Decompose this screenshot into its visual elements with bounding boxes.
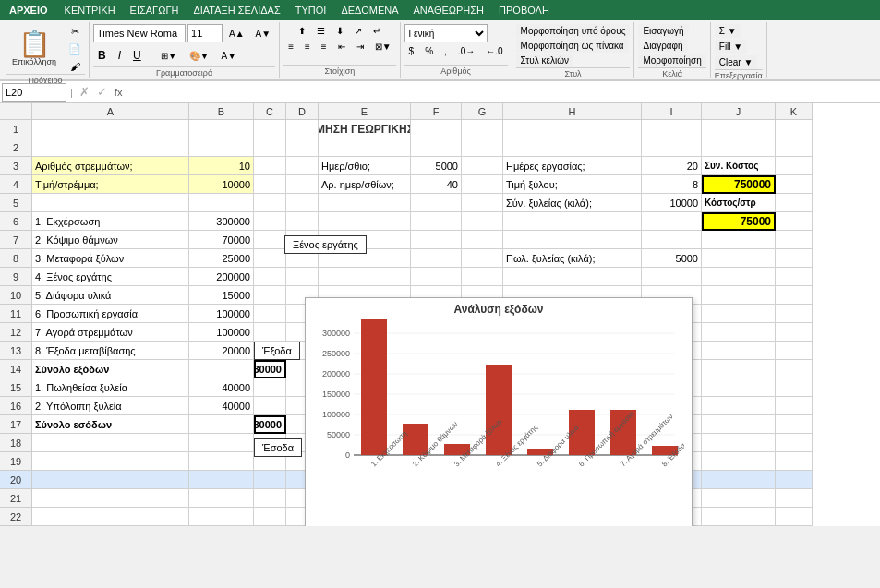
cell-J10[interactable]	[702, 286, 776, 305]
name-box[interactable]	[2, 83, 66, 102]
cell-A2[interactable]	[32, 138, 189, 157]
cell-B18[interactable]	[189, 434, 254, 452]
decrease-indent-button[interactable]: ⇤	[333, 40, 350, 54]
cell-K4[interactable]	[776, 175, 813, 194]
cell-G3[interactable]	[462, 157, 503, 175]
cell-J20[interactable]	[702, 471, 776, 489]
cell-H7[interactable]	[503, 231, 642, 249]
increase-indent-button[interactable]: ⇥	[352, 40, 368, 54]
currency-button[interactable]: $	[404, 44, 419, 58]
cell-C14[interactable]: 830000	[254, 360, 286, 378]
delete-cells-button[interactable]: Διαγραφή	[638, 39, 687, 53]
cell-C16[interactable]	[254, 397, 286, 415]
cell-K9[interactable]	[776, 268, 813, 286]
col-header-C[interactable]: C	[254, 103, 286, 120]
menu-file[interactable]: ΑΡΧΕΙΟ	[0, 0, 57, 20]
menu-review[interactable]: ΑΝΑΘΕΩΡΗΣΗ	[406, 0, 492, 20]
cell-A14[interactable]: Σύνολο εξόδων	[32, 360, 189, 378]
cell-J1[interactable]	[702, 120, 776, 138]
cell-B14[interactable]	[189, 360, 254, 378]
align-center-button[interactable]: ≡	[300, 40, 315, 54]
cell-B6[interactable]: 300000	[189, 212, 254, 231]
cell-D2[interactable]	[286, 138, 319, 157]
row-header-15[interactable]: 15	[0, 378, 32, 397]
align-left-button[interactable]: ≡	[283, 40, 298, 54]
cell-K12[interactable]	[776, 323, 813, 342]
formula-input[interactable]	[127, 83, 878, 102]
cell-D3[interactable]	[286, 157, 319, 175]
cell-J5[interactable]: Κόστος/στρ	[702, 194, 776, 212]
row-header-2[interactable]: 2	[0, 138, 32, 157]
cell-I6[interactable]	[642, 212, 702, 231]
cell-K7[interactable]	[776, 231, 813, 249]
cell-H6[interactable]	[503, 212, 642, 231]
cell-K6[interactable]	[776, 212, 813, 231]
cell-A8[interactable]: 3. Μεταφορά ξύλων	[32, 249, 189, 268]
align-bottom-button[interactable]: ⬇	[332, 24, 348, 38]
cell-K19[interactable]	[776, 452, 813, 471]
row-header-1[interactable]: 1	[0, 120, 32, 138]
cell-F5[interactable]	[411, 194, 462, 212]
col-header-B[interactable]: B	[189, 103, 254, 120]
cell-B11[interactable]: 100000	[189, 305, 254, 323]
menu-insert[interactable]: ΕΙΣΑΓΩΓΗ	[123, 0, 187, 20]
cell-B8[interactable]: 25000	[189, 249, 254, 268]
cell-A3[interactable]: Αριθμός στρεμμάτων;	[32, 157, 189, 175]
cell-H3[interactable]: Ημέρες εργασίας;	[503, 157, 642, 175]
cell-A13[interactable]: 8. Έξοδα μεταβίβασης	[32, 342, 189, 360]
cell-D5[interactable]	[286, 194, 319, 212]
format-as-table-button[interactable]: Μορφοποίηση ως πίνακα	[516, 39, 629, 53]
cell-K11[interactable]	[776, 305, 813, 323]
conditional-format-button[interactable]: Μορφοποίηση υπό όρους	[516, 24, 631, 38]
fill-color-button[interactable]: 🎨▼	[185, 49, 214, 63]
cell-H9[interactable]	[503, 268, 642, 286]
cell-E3[interactable]: Ημερ/σθιο;	[319, 157, 411, 175]
cell-B13[interactable]: 20000	[189, 342, 254, 360]
cell-D1[interactable]	[286, 120, 319, 138]
menu-page-layout[interactable]: ΔΙΑΤΑΞΗ ΣΕΛΙΔΑΣ	[186, 0, 287, 20]
cell-H8[interactable]: Πωλ. ξυλείας (κιλά);	[503, 249, 642, 268]
cell-G9[interactable]	[462, 268, 503, 286]
cell-K18[interactable]	[776, 434, 813, 452]
align-middle-button[interactable]: ☰	[312, 24, 330, 38]
cell-A1[interactable]	[32, 120, 189, 138]
cell-B15[interactable]: 40000	[189, 378, 254, 397]
cell-J15[interactable]	[702, 378, 776, 397]
font-name-input[interactable]	[93, 24, 186, 42]
cell-J19[interactable]	[702, 452, 776, 471]
row-header-4[interactable]: 4	[0, 175, 32, 194]
cell-K8[interactable]	[776, 249, 813, 268]
clear-button[interactable]: Clear ▼	[715, 55, 758, 69]
menu-data[interactable]: ΔΕΔΟΜΕΝΑ	[333, 0, 405, 20]
row-header-14[interactable]: 14	[0, 360, 32, 378]
borders-button[interactable]: ⊞▼	[156, 49, 182, 63]
cell-C20[interactable]	[254, 471, 286, 489]
cell-J2[interactable]	[702, 138, 776, 157]
cell-I4[interactable]: 8	[642, 175, 702, 194]
cell-B22[interactable]	[189, 508, 254, 526]
cell-C12[interactable]	[254, 323, 286, 342]
wrap-text-button[interactable]: ↵	[368, 24, 385, 38]
cell-K5[interactable]	[776, 194, 813, 212]
cell-A7[interactable]: 2. Κόψιμο θάμνων	[32, 231, 189, 249]
cell-H1[interactable]	[503, 120, 642, 138]
cell-J17[interactable]	[702, 415, 776, 434]
bold-button[interactable]: B	[93, 47, 111, 64]
sum-button[interactable]: Σ ▼	[715, 24, 741, 38]
cell-H2[interactable]	[503, 138, 642, 157]
col-header-F[interactable]: F	[411, 103, 462, 120]
row-header-18[interactable]: 18	[0, 434, 32, 452]
format-cells-button[interactable]: Μορφοποίηση	[638, 54, 705, 67]
comma-button[interactable]: ,	[440, 44, 452, 58]
cell-A15[interactable]: 1. Πωληθείσα ξυλεία	[32, 378, 189, 397]
cell-styles-button[interactable]: Στυλ κελιών	[516, 54, 573, 67]
cell-K3[interactable]	[776, 157, 813, 175]
row-header-5[interactable]: 5	[0, 194, 32, 212]
cell-J6[interactable]: 75000	[702, 212, 776, 231]
cell-D9[interactable]	[286, 268, 319, 286]
increase-font-button[interactable]: A▲	[224, 27, 249, 41]
cell-I3[interactable]: 20	[642, 157, 702, 175]
cell-G2[interactable]	[462, 138, 503, 157]
cell-B7[interactable]: 70000	[189, 231, 254, 249]
cell-F2[interactable]	[411, 138, 462, 157]
